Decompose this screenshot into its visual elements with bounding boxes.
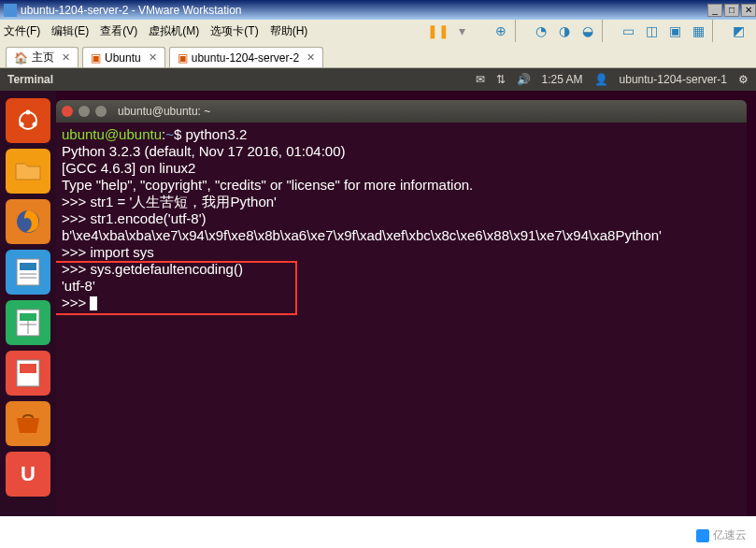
svg-point-1 [26,110,31,115]
snapshot-icon[interactable]: ⊕ [491,21,511,41]
py-prompt: >>> [62,295,90,310]
vmware-titlebar: ubuntu-1204-server-2 - VMware Workstatio… [0,0,756,20]
dash-icon[interactable] [6,98,50,143]
close-button[interactable]: ✕ [741,4,756,17]
watermark-text: 亿速云 [713,527,747,543]
py-line-2: >>> str1.encode('utf-8') [62,210,741,227]
thumbnail-icon[interactable]: ▦ [688,21,708,41]
terminal-minimize-icon[interactable] [78,106,90,117]
svg-point-3 [20,123,24,127]
username-label[interactable]: ubuntu-1204-server-1 [620,73,727,86]
fullscreen-icon[interactable]: ▭ [618,21,638,41]
active-app-title: Terminal [7,73,53,86]
software-center-icon[interactable] [6,401,50,446]
vm-tabs: 🏠 主页 ✕ ▣ Ubuntu ✕ ▣ ubuntu-1204-server-2… [0,42,756,68]
tab-ubuntu[interactable]: ▣ Ubuntu ✕ [82,47,165,67]
py-line-1: >>> str1 = '人生苦短，我用Python' [62,194,741,210]
menu-help[interactable]: 帮助(H) [270,23,308,39]
cursor [90,296,97,310]
menu-file[interactable]: 文件(F) [4,23,40,39]
tab-close-icon[interactable]: ✕ [307,51,315,64]
terminal-close-icon[interactable] [62,106,73,117]
terminal-title: ubuntu@ubuntu: ~ [118,105,210,118]
tab-ubuntu-label: Ubuntu [105,51,141,65]
unity-icon[interactable]: ◫ [641,21,662,41]
svg-point-2 [33,123,37,127]
mail-icon[interactable]: ✉ [476,73,485,86]
ubuntu-one-icon[interactable]: U [6,452,50,497]
minimize-button[interactable]: _ [707,4,722,17]
pause-icon[interactable]: ❚❚ [428,21,449,41]
menu-tabs[interactable]: 选项卡(T) [210,23,258,39]
tab-home-label: 主页 [32,50,54,65]
watermark: 亿速云 [692,526,750,544]
python-version-line: Python 3.2.3 (default, Nov 17 2016, 01:0… [62,143,741,160]
vmware-title: ubuntu-1204-server-2 - VMware Workstatio… [21,4,242,17]
svg-rect-6 [20,263,36,270]
terminal-window: ubuntu@ubuntu: ~ ubuntu@ubuntu:~$ python… [56,100,747,516]
terminal-titlebar[interactable]: ubuntu@ubuntu: ~ [56,100,747,123]
sound-icon[interactable]: 🔊 [517,73,531,86]
py-line-5: >>> sys.getdefaultencoding() [62,261,741,278]
vm-icon: ▣ [178,51,188,65]
libreoffice-impress-icon[interactable] [6,351,50,396]
tab-ubuntu-1204-server-2[interactable]: ▣ ubuntu-1204-server-2 ✕ [169,47,323,67]
snapshot-take-icon[interactable]: ◔ [531,21,551,41]
watermark-logo-icon [696,529,709,542]
svg-rect-14 [20,364,36,373]
gear-icon[interactable]: ⚙ [738,73,749,86]
maximize-button[interactable]: □ [724,4,739,17]
play-dropdown-icon[interactable]: ▾ [451,21,472,41]
snapshot-revert-icon[interactable]: ◑ [554,21,575,41]
menubar: 文件(F) 编辑(E) 查看(V) 虚拟机(M) 选项卡(T) 帮助(H) ❚❚… [0,20,756,42]
terminal-body[interactable]: ubuntu@ubuntu:~$ python3.2 Python 3.2.3 … [56,123,747,315]
terminal-maximize-icon[interactable] [95,106,107,117]
user-icon: 👤 [594,73,608,86]
help-line: Type "help", "copyright", "credits" or "… [62,177,741,194]
window-controls: _ □ ✕ [706,4,756,17]
tab-close-icon[interactable]: ✕ [149,51,157,64]
gcc-line: [GCC 4.6.3] on linux2 [62,160,741,177]
vm-icon: ▣ [91,51,101,65]
tab-active-label: ubuntu-1204-server-2 [192,51,299,65]
status-area: ✉ ⇅ 🔊 1:25 AM 👤 ubuntu-1204-server-1 ⚙ [476,73,749,86]
unity-launcher: U [0,91,56,516]
clock[interactable]: 1:25 AM [542,73,583,86]
firefox-icon[interactable] [6,199,50,244]
tab-close-icon[interactable]: ✕ [62,51,70,64]
menu-view[interactable]: 查看(V) [100,23,137,39]
snapshot-manage-icon[interactable]: ◒ [578,21,598,41]
libreoffice-writer-icon[interactable] [6,250,50,295]
guest-desktop: Terminal ✉ ⇅ 🔊 1:25 AM 👤 ubuntu-1204-ser… [0,68,756,516]
prompt-path: ~ [165,126,174,142]
wifi-icon[interactable]: ⇅ [496,73,506,86]
libreoffice-calc-icon[interactable] [6,300,50,345]
cmd-python: python3.2 [185,126,247,142]
py-line-4: >>> import sys [62,244,741,261]
cycle-icon[interactable]: ◩ [728,21,749,41]
menu-edit[interactable]: 编辑(E) [51,23,89,39]
menu-vm[interactable]: 虚拟机(M) [149,23,199,39]
tab-home[interactable]: 🏠 主页 ✕ [6,47,78,67]
console-icon[interactable]: ▣ [664,21,685,41]
svg-rect-10 [20,313,36,321]
prompt-user: ubuntu@ubuntu [62,126,162,142]
home-icon: 🏠 [14,51,28,65]
vmware-icon [4,4,17,17]
files-icon[interactable] [6,149,50,194]
ubuntu-top-panel: Terminal ✉ ⇅ 🔊 1:25 AM 👤 ubuntu-1204-ser… [0,68,756,91]
py-line-3: b'\xe4\xba\xba\xe7\x94\x9f\xe8\x8b\xa6\x… [62,227,741,244]
py-line-6: 'utf-8' [62,278,741,295]
